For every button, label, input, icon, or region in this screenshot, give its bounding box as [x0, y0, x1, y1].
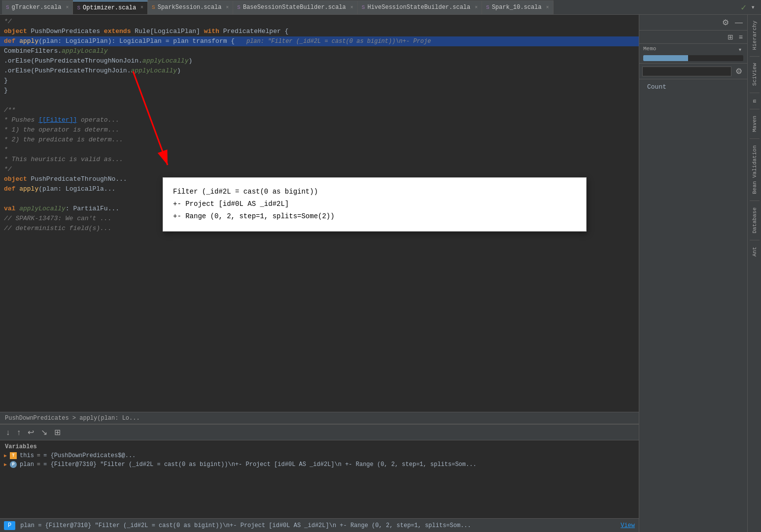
bottom-panel: ↓ ↑ ↩ ↘ ⊞ Variables ▶ T this = = {PushDo… — [0, 424, 639, 532]
code-line — [0, 96, 639, 105]
tooltip-line3: +- Range (0, 2, step=1, splits=Some(2)) — [173, 210, 576, 223]
sidebar-sciview[interactable]: SciView — [751, 59, 759, 90]
code-line: */ — [0, 17, 639, 27]
code-line: * This heuristic is valid as... — [0, 155, 639, 165]
tab-icon-optimizer: S — [77, 5, 80, 11]
tab-bar: S gTracker.scala × S Optimizer.scala × S… — [0, 0, 761, 15]
tab-icon-spark10: S — [486, 4, 489, 10]
main-layout: */ object PushDownPredicates extends Rul… — [0, 15, 761, 532]
code-line: .orElse(PushPredicateThroughNonJoin.appl… — [0, 56, 639, 66]
sidebar-database[interactable]: Database — [751, 203, 759, 237]
code-line: * Pushes [[Filter]] operato... — [0, 115, 639, 125]
expand-arrow-this[interactable]: ▶ — [4, 453, 7, 459]
status-text: plan = {Filter@7310} "Filter (_id#2L = c… — [20, 522, 616, 529]
panel-icon-1[interactable]: ⊞ — [726, 32, 735, 42]
tab-label-optimizer: Optimizer.scala — [83, 4, 136, 11]
sidebar-divider-3 — [750, 109, 760, 109]
tab-icon-basesession: S — [237, 4, 241, 10]
debug-right-toolbar: ⚙ — — [639, 15, 747, 31]
tab-label-hivesession: HiveSessionStateBuilder.scala — [367, 4, 470, 11]
var-value-this: = {PushDownPredicates$@... — [43, 452, 136, 459]
count-label: Count — [643, 81, 670, 93]
tab-optimizer[interactable]: S Optimizer.scala × — [73, 0, 148, 14]
sidebar-divider-4 — [750, 138, 760, 139]
tab-icon-hivesession: S — [362, 4, 365, 10]
tab-more-button[interactable]: ▾ — [747, 3, 759, 11]
sidebar-bean-validation[interactable]: Bean Validation — [751, 141, 759, 198]
variable-row-plan[interactable]: ▶ P plan = = {Filter@7310} "Filter (_id#… — [0, 460, 639, 469]
step-out-button[interactable]: ↑ — [15, 427, 23, 438]
memory-label: Memo — [643, 46, 656, 52]
var-eq-this: = — [37, 452, 40, 459]
breadcrumb-text: PushDownPredicates > apply(plan: Lo... — [5, 415, 140, 422]
code-line: } — [0, 86, 639, 96]
var-name-plan: plan — [20, 461, 34, 468]
debug-search-input[interactable] — [642, 66, 731, 76]
var-value-plan: = {Filter@7310} "Filter (_id#2L = cast(0… — [43, 461, 477, 468]
var-type-icon-plan: P — [10, 461, 17, 468]
sidebar-m[interactable]: m — [751, 96, 759, 107]
tab-label-basesession: BaseSessionStateBuilder.scala — [243, 4, 346, 11]
code-line: .orElse(PushPredicateThroughJoin.applyLo… — [0, 66, 639, 76]
tab-close-gtracker[interactable]: × — [66, 5, 69, 10]
code-line: */ — [0, 165, 639, 174]
memory-bar-fill — [643, 55, 688, 61]
code-line: CombineFilters.applyLocally — [0, 46, 639, 56]
code-line: * — [0, 145, 639, 155]
sidebar-divider-2 — [750, 93, 760, 93]
tab-basesession[interactable]: S BaseSessionStateBuilder.scala × — [233, 0, 357, 14]
view-link[interactable]: View — [621, 522, 635, 529]
code-line: /** — [0, 105, 639, 115]
step-into-button[interactable]: ↓ — [4, 427, 12, 438]
step-over-button[interactable]: ↩ — [26, 427, 36, 438]
tab-close-sparksession[interactable]: × — [226, 5, 229, 10]
memory-dropdown-button[interactable]: ▾ — [737, 46, 743, 53]
code-line: } — [0, 76, 639, 86]
debug-right-panel: ⚙ — ⊞ ≡ Memo ▾ ⚙ — [639, 15, 747, 532]
close-debug-panel-button[interactable]: — — [733, 17, 745, 28]
evaluate-button[interactable]: ⊞ — [52, 427, 63, 438]
bottom-content: Variables ▶ T this = = {PushDownPredicat… — [0, 440, 639, 518]
code-line: * 1) the operator is determ... — [0, 125, 639, 135]
debug-toolbar: ↓ ↑ ↩ ↘ ⊞ — [0, 425, 639, 440]
tab-close-optimizer[interactable]: × — [140, 5, 143, 10]
code-editor[interactable]: */ object PushDownPredicates extends Rul… — [0, 15, 639, 412]
memory-section: Memo ▾ — [639, 44, 747, 64]
sidebar-maven[interactable]: Maven — [751, 112, 759, 136]
tooltip-line1: Filter (_id#2L = cast(0 as bigint)) — [173, 186, 576, 198]
sidebar-divider-1 — [750, 56, 760, 57]
tab-label-spark10: Spark_10.scala — [492, 4, 542, 11]
var-name-this: this — [20, 452, 34, 459]
tab-close-basesession[interactable]: × — [350, 5, 353, 10]
sidebar-divider-6 — [750, 240, 760, 240]
tab-spark10[interactable]: S Spark_10.scala × — [482, 0, 553, 14]
var-type-icon-this: T — [10, 452, 17, 459]
settings-icon[interactable]: ⚙ — [720, 17, 731, 28]
editor-area: */ object PushDownPredicates extends Rul… — [0, 15, 639, 532]
tooltip-popup: Filter (_id#2L = cast(0 as bigint)) +- P… — [163, 177, 587, 232]
tab-hivesession[interactable]: S HiveSessionStateBuilder.scala × — [358, 0, 482, 14]
debug-panel-content: ⊞ ≡ Memo ▾ ⚙ Count — [639, 31, 747, 532]
tooltip-line2: +- Project [id#0L AS _id#2L] — [173, 198, 576, 210]
tab-close-hivesession[interactable]: × — [475, 5, 478, 10]
variable-row-this[interactable]: ▶ T this = = {PushDownPredicates$@... — [0, 451, 639, 460]
tab-icon-gtracker: S — [6, 4, 9, 10]
tab-label-gtracker: gTracker.scala — [12, 4, 62, 11]
memory-bar-container — [643, 55, 743, 61]
sidebar-ant[interactable]: Ant — [751, 243, 759, 261]
right-sidebar: Hierarchy SciView m Maven Bean Validatio… — [747, 15, 761, 532]
code-line-highlighted: def apply(plan: LogicalPlan): LogicalPla… — [0, 36, 639, 46]
code-line: * 2) the predicate is determ... — [0, 135, 639, 145]
tab-gtracker[interactable]: S gTracker.scala × — [2, 0, 73, 14]
panel-icon-2[interactable]: ≡ — [737, 32, 745, 42]
tab-close-spark10[interactable]: × — [546, 5, 549, 10]
code-line: object PushDownPredicates extends Rule[L… — [0, 27, 639, 36]
search-row: ⚙ — [639, 64, 747, 79]
tab-sparksession[interactable]: S SparkSession.scala × — [148, 0, 233, 14]
run-to-cursor-button[interactable]: ↘ — [39, 427, 49, 438]
sidebar-hierarchy[interactable]: Hierarchy — [751, 17, 759, 54]
tab-label-sparksession: SparkSession.scala — [158, 4, 222, 11]
expand-arrow-plan[interactable]: ▶ — [4, 462, 7, 467]
search-settings-button[interactable]: ⚙ — [733, 66, 744, 77]
status-p-badge: P — [4, 521, 15, 530]
